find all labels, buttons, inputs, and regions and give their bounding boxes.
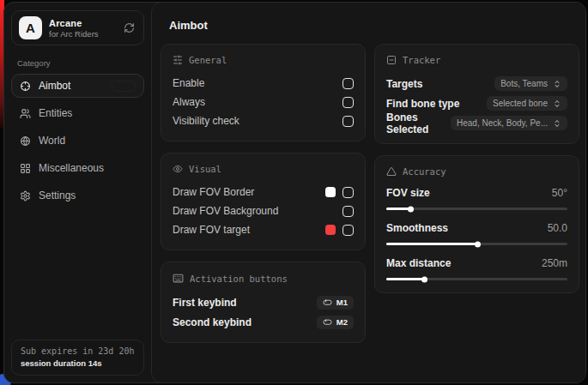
left-column: General Enable Always Visibility check [161, 44, 366, 343]
setting-label: Enable [173, 77, 204, 89]
screen: { "app": { "name": "Arcane", "subtitle":… [0, 0, 588, 385]
fov-border-color-swatch[interactable] [325, 187, 336, 197]
bones-selected-dropdown[interactable]: Head, Neck, Body, Pe... [451, 116, 567, 130]
sidebar-item-label: Miscellaneous [39, 162, 104, 174]
sidebar: A Arcane for Arc Riders Category Aimbot [4, 3, 151, 382]
always-checkbox[interactable] [342, 97, 354, 108]
sidebar-item-label: Entities [39, 107, 72, 119]
card-title: Activation buttons [190, 274, 288, 284]
right-column: Tracker Targets Bots, Teams Find bone ty… [374, 44, 579, 293]
setting-label: Max distance [386, 257, 451, 269]
setting-label: First keybind [173, 297, 237, 309]
slider-thumb[interactable] [408, 206, 414, 212]
app-subtitle: for Arc Riders [49, 29, 99, 39]
visibility-check-checkbox[interactable] [342, 116, 354, 127]
setting-label: Find bone type [386, 98, 459, 110]
page-title: Aimbot [169, 19, 571, 32]
max-distance-slider[interactable] [386, 278, 567, 280]
keybind-value: M2 [336, 317, 348, 327]
slider-value: 50° [552, 187, 567, 199]
second-keybind-button[interactable]: M2 [317, 316, 354, 329]
card-accuracy: Accuracy FOV size 50° [374, 155, 579, 293]
sidebar-item-world[interactable]: World [11, 129, 144, 153]
enable-checkbox[interactable] [342, 78, 354, 89]
draw-fov-border-checkbox[interactable] [342, 187, 354, 198]
sidebar-item-miscellaneous[interactable]: Miscellaneous [11, 156, 144, 180]
app-name: Arcane [49, 18, 99, 28]
dropdown-value: Head, Neck, Body, Pe... [457, 118, 548, 128]
card-tracker: Tracker Targets Bots, Teams Find bone ty… [374, 44, 579, 144]
slider-value: 50.0 [548, 222, 567, 234]
setting-label: Draw FOV target [173, 224, 250, 236]
setting-row: Draw FOV Background [173, 202, 354, 220]
setting-label: Draw FOV Border [173, 186, 254, 198]
chevrons-up-down-icon [553, 99, 561, 108]
category-label: Category [17, 58, 138, 68]
sidebar-item-settings[interactable]: Settings [11, 183, 144, 208]
keyboard-icon [173, 273, 184, 284]
globe-icon [20, 135, 31, 147]
fov-target-color-swatch[interactable] [325, 225, 336, 235]
draw-fov-background-checkbox[interactable] [342, 206, 354, 217]
first-keybind-button[interactable]: M1 [317, 296, 354, 310]
setting-label: Draw FOV Background [173, 205, 278, 217]
slider-thumb[interactable] [475, 241, 481, 247]
draw-fov-target-checkbox[interactable] [342, 225, 354, 236]
sidebar-item-label: Settings [39, 189, 76, 202]
setting-row: Always [173, 93, 354, 111]
targets-dropdown[interactable]: Bots, Teams [494, 76, 567, 91]
setting-row: Draw FOV target [173, 220, 354, 239]
setting-label: Visibility check [173, 115, 239, 127]
session-duration-text: session duration 14s [21, 358, 135, 368]
sub-expiry-text: Sub expires in 23d 20h [21, 346, 135, 356]
sliders-icon [173, 55, 183, 65]
app-logo-letter: A [26, 21, 35, 35]
slider-group: FOV size 50° [386, 185, 567, 210]
dropdown-value: Selected bone [493, 99, 548, 108]
subscription-info: Sub expires in 23d 20h session duration … [11, 340, 144, 376]
setting-label: Second keybind [173, 316, 252, 328]
gear-icon [20, 190, 31, 202]
card-title: General [189, 55, 227, 65]
app-logo: A [19, 16, 42, 39]
card-visual: Visual Draw FOV Border Draw FOV Backgrou… [161, 153, 366, 250]
refresh-icon[interactable] [122, 21, 136, 35]
setting-row: First keybind M1 [173, 292, 354, 312]
main-panel: Aimbot General Enable Alw [151, 2, 586, 383]
card-title: Tracker [403, 55, 440, 65]
card-general: General Enable Always Visibility check [161, 44, 366, 141]
setting-row: Draw FOV Border [173, 183, 354, 202]
setting-row: Bones Selected Head, Neck, Body, Pe... [386, 113, 567, 133]
setting-row: Targets Bots, Teams [386, 74, 567, 93]
chevrons-up-down-icon [553, 119, 561, 128]
entities-icon [20, 108, 31, 119]
slider-group: Max distance 250m [386, 256, 567, 280]
setting-label: Smoothness [386, 222, 448, 234]
slider-group: Smoothness 50.0 [386, 220, 567, 245]
keybind-value: M1 [336, 298, 348, 307]
slider-value: 250m [542, 257, 567, 269]
setting-row: Second keybind M2 [173, 312, 354, 332]
sidebar-item-entities[interactable]: Entities [11, 101, 144, 125]
sidebar-item-aimbot[interactable]: Aimbot [11, 74, 144, 98]
fov-size-slider[interactable] [386, 208, 567, 210]
setting-row: Enable [173, 74, 354, 93]
sidebar-item-label: World [39, 135, 65, 147]
smoothness-slider[interactable] [386, 243, 567, 245]
eye-icon [173, 164, 183, 174]
find-bone-type-dropdown[interactable]: Selected bone [487, 96, 567, 111]
square-minus-icon [386, 55, 397, 65]
setting-label: FOV size [386, 187, 430, 199]
slider-thumb[interactable] [421, 276, 427, 282]
app-header: A Arcane for Arc Riders [11, 10, 144, 45]
setting-row: Visibility check [173, 111, 354, 130]
sidebar-item-label: Aimbot [39, 80, 70, 92]
setting-label: Always [173, 96, 205, 108]
setting-label: Targets [386, 78, 422, 90]
card-title: Visual [189, 164, 221, 174]
chevrons-up-down-icon [553, 80, 561, 88]
aimbot-keybind-hint [112, 81, 136, 92]
app-window: A Arcane for Arc Riders Category Aimbot [3, 2, 586, 383]
grid-icon [20, 163, 31, 174]
mouse-icon [323, 298, 332, 307]
